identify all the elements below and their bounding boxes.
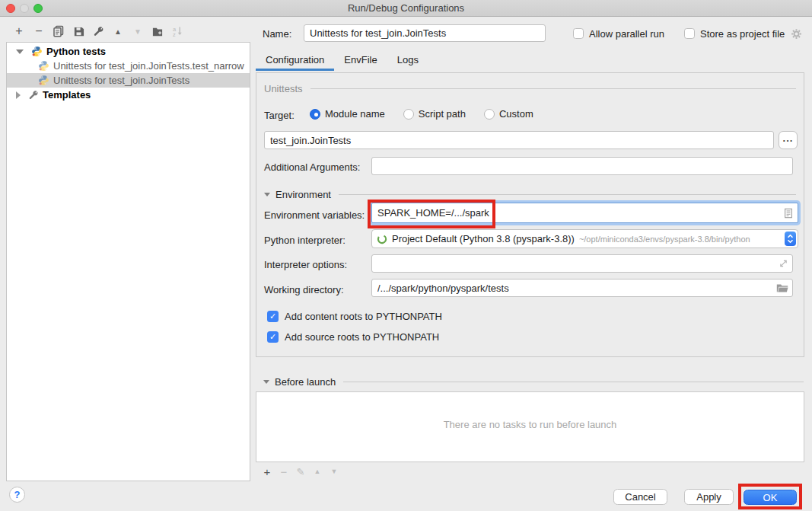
radio-script-path[interactable]: Script path [399, 108, 466, 120]
environment-variables-input[interactable] [371, 203, 798, 223]
tab-configuration[interactable]: Configuration [256, 50, 334, 71]
no-tasks-message: There are no tasks to run before launch [256, 419, 804, 430]
environment-variables-label: Environment variables: [264, 209, 365, 221]
tree-item-unittests-jointests-selected[interactable]: Unittests for test_join.JoinTests [7, 73, 250, 88]
configurations-tree: Python tests Unittests for test_join.Joi… [6, 42, 250, 481]
edit-task-icon[interactable]: ✎ [292, 465, 309, 478]
allow-parallel-run-label: Allow parallel run [589, 28, 664, 40]
target-label: Target: [264, 110, 295, 121]
help-button[interactable]: ? [9, 487, 25, 503]
interpreter-options-field-wrap [371, 254, 793, 273]
environment-section-header[interactable]: Environment [264, 189, 796, 200]
config-tabs: Configuration EnvFile Logs [256, 50, 428, 71]
divider [339, 194, 796, 195]
source-roots-label: Add source roots to PYTHONPATH [285, 331, 439, 343]
allow-parallel-run-checkbox[interactable] [573, 28, 584, 39]
tab-logs[interactable]: Logs [387, 50, 428, 71]
move-up-button[interactable]: ▲ [108, 24, 128, 39]
radio-module-name[interactable]: Module name [305, 108, 385, 120]
copy-configuration-icon[interactable] [49, 24, 68, 39]
tab-envfile[interactable]: EnvFile [334, 50, 387, 71]
interpreter-name: Project Default (Python 3.8 (pyspark-3.8… [392, 233, 575, 244]
new-folder-icon[interactable] [148, 24, 167, 39]
cancel-button[interactable]: Cancel [613, 489, 667, 505]
working-directory-label: Working directory: [264, 284, 344, 295]
tree-item-label: Unittests for test_join.JoinTests [53, 75, 189, 86]
before-launch-label: Before launch [275, 376, 336, 388]
name-label: Name: [263, 28, 291, 40]
unittests-group-header: Unittests [264, 83, 796, 94]
name-input[interactable] [304, 24, 546, 42]
configurations-toolbar: + − ▲ ▼ az [9, 24, 187, 39]
sort-configurations-icon[interactable]: az [167, 24, 187, 39]
store-as-project-file-checkbox-row[interactable]: Store as project file [684, 27, 802, 40]
chevron-down-icon[interactable] [263, 380, 269, 384]
python-interpreter-label: Python interpreter: [264, 235, 345, 246]
folder-icon[interactable] [776, 283, 788, 293]
additional-arguments-label: Additional Arguments: [264, 161, 360, 173]
task-move-up-button[interactable]: ▲ [309, 465, 326, 478]
source-roots-checkbox-row[interactable]: ✓ Add source roots to PYTHONPATH [267, 331, 439, 343]
configuration-panel: Unittests Target: Module name Script pat… [256, 72, 804, 357]
working-directory-input[interactable] [371, 279, 793, 297]
move-down-button[interactable]: ▼ [128, 24, 148, 39]
run-debug-configurations-dialog: Run/Debug Configurations + − ▲ ▼ az Pyt [0, 0, 812, 511]
tree-item-templates[interactable]: Templates [7, 88, 250, 102]
interpreter-options-label: Interpreter options: [264, 259, 347, 270]
apply-button[interactable]: Apply [684, 489, 734, 505]
edit-variables-icon[interactable] [783, 207, 794, 219]
module-name-field-wrap [264, 131, 774, 149]
before-launch-section-header[interactable]: Before launch [263, 376, 804, 388]
allow-parallel-run-checkbox-row[interactable]: Allow parallel run [573, 27, 664, 40]
radio-script-path-label: Script path [419, 108, 466, 120]
expand-field-icon[interactable] [779, 259, 788, 269]
environment-section-label: Environment [275, 189, 331, 200]
chevron-down-icon[interactable] [16, 50, 24, 54]
remove-task-button[interactable]: − [275, 465, 292, 478]
content-roots-checkbox[interactable]: ✓ [267, 311, 279, 322]
content-roots-checkbox-row[interactable]: ✓ Add content roots to PYTHONPATH [267, 310, 442, 322]
content-roots-label: Add content roots to PYTHONPATH [285, 311, 442, 322]
tree-item-label: Unittests for test_join.JoinTests.test_n… [53, 60, 244, 72]
before-launch-tasks-panel: There are no tasks to run before launch [256, 391, 804, 462]
combo-stepper-icon[interactable] [785, 232, 796, 246]
chevron-right-icon[interactable] [16, 91, 21, 99]
tree-item-label: Python tests [46, 46, 106, 57]
interpreter-options-input[interactable] [371, 254, 793, 273]
tree-item-unittests-test-narrow[interactable]: Unittests for test_join.JoinTests.test_n… [7, 59, 250, 73]
python-interpreter-select[interactable]: Project Default (Python 3.8 (pyspark-3.8… [371, 229, 798, 248]
radio-custom-label: Custom [499, 108, 533, 120]
store-as-project-file-checkbox[interactable] [684, 28, 695, 39]
python-icon [38, 60, 49, 72]
save-configuration-icon[interactable] [68, 24, 88, 39]
add-task-button[interactable]: + [259, 465, 275, 478]
python-icon [38, 75, 49, 86]
chevron-down-icon[interactable] [264, 193, 270, 196]
edit-templates-wrench-icon[interactable] [88, 24, 108, 39]
task-move-down-button[interactable]: ▼ [326, 465, 342, 478]
divider [310, 88, 796, 89]
divider [343, 382, 804, 382]
ok-button[interactable]: OK [744, 490, 797, 505]
remove-configuration-button[interactable]: − [29, 24, 49, 39]
browse-button[interactable]: ... [779, 131, 798, 149]
radio-custom[interactable]: Custom [479, 108, 533, 120]
python-icon [31, 46, 43, 57]
additional-arguments-field-wrap [371, 157, 793, 175]
radio-module-name-control[interactable] [310, 109, 320, 120]
source-roots-checkbox[interactable]: ✓ [267, 331, 279, 343]
gear-icon[interactable] [791, 28, 802, 40]
additional-arguments-input[interactable] [371, 157, 793, 175]
check-icon: ✓ [269, 311, 276, 321]
tree-item-python-tests[interactable]: Python tests [7, 44, 250, 59]
working-directory-field-wrap [371, 279, 793, 297]
store-as-project-file-label: Store as project file [700, 28, 785, 40]
titlebar: Run/Debug Configurations [0, 0, 812, 17]
interpreter-path: ~/opt/miniconda3/envs/pyspark-3.8/bin/py… [579, 235, 750, 244]
radio-script-path-control[interactable] [403, 109, 414, 120]
wrench-icon [28, 90, 39, 101]
unittests-group-label: Unittests [264, 83, 303, 94]
add-configuration-button[interactable]: + [9, 24, 29, 39]
radio-custom-control[interactable] [484, 109, 495, 120]
module-name-input[interactable] [264, 131, 774, 149]
